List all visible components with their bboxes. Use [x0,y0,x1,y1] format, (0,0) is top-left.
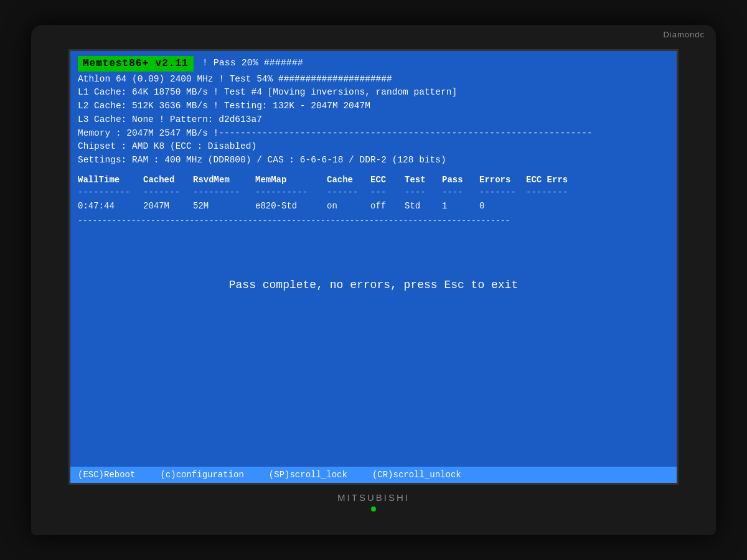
brand-bottom: MITSUBISHI [337,492,410,503]
cell-eccerrs [526,199,576,213]
brand-top: Diamondc [663,30,705,39]
chipset-line: Chipset : AMD K8 (ECC : Disabled) [78,140,669,154]
col-eccerrs-header: ECC Errs [526,174,576,186]
cell-cache: on [327,199,370,213]
col-test-header: Test [405,174,442,186]
l3-line: L3 Cache: None ! Pattern: d2d613a7 [78,113,669,127]
cell-ecc: off [370,199,405,213]
monitor-bottom: MITSUBISHI [68,490,679,511]
col-errors-header: Errors [479,174,526,186]
power-light [371,506,376,511]
l1-line: L1 Cache: 64K 18750 MB/s ! Test #4 [Movi… [78,86,669,100]
cell-pass: 1 [442,199,479,213]
col-memmap-header: MemMap [255,174,327,186]
cell-rsvdmem: 52M [193,199,255,213]
cell-cached: 2047M [143,199,193,213]
title-bar: Memtest86+ v2.11 ! Pass 20% ####### [78,56,669,72]
status-scroll-lock: (SP)scroll_lock [269,470,347,480]
table-section: WallTime Cached RsvdMem MemMap Cache ECC… [78,174,669,227]
status-esc: (ESC)Reboot [78,470,135,480]
pass-separator: ! [202,58,214,68]
table-row: 0:47:44 2047M 52M e820-Std on off Std 1 … [78,199,669,213]
screen: Memtest86+ v2.11 ! Pass 20% ####### Athl… [68,49,679,485]
table-dashes: ---------- ------- --------- ---------- … [78,186,669,198]
col-rsvdmem-header: RsvdMem [193,174,255,186]
cell-memmap: e820-Std [255,199,327,213]
col-ecc-header: ECC [370,174,405,186]
memory-line: Memory : 2047M 2547 MB/s !--------------… [78,127,669,141]
cell-errors: 0 [479,199,526,213]
table-header: WallTime Cached RsvdMem MemMap Cache ECC… [78,174,669,186]
cell-walltime: 0:47:44 [78,199,143,213]
col-pass-header: Pass [442,174,479,186]
status-scroll-unlock: (CR)scroll_unlock [372,470,461,480]
col-cached-header: Cached [143,174,193,186]
cell-test: Std [405,199,442,213]
app-title: Memtest86+ v2.11 [78,56,194,72]
table-bottom-dashes: ----------------------------------------… [78,215,669,227]
pass-complete-message: Pass complete, no errors, press Esc to e… [78,277,669,293]
col-cache-header: Cache [327,174,370,186]
screen-content: Memtest86+ v2.11 ! Pass 20% ####### Athl… [70,51,677,467]
settings-line: Settings: RAM : 400 MHz (DDR800) / CAS :… [78,154,669,167]
l2-line: L2 Cache: 512K 3636 MB/s ! Testing: 132K… [78,100,669,113]
separator-char: ! [218,74,229,84]
col-walltime-header: WallTime [78,174,143,186]
status-config: (c)configuration [160,470,243,480]
cpu-line: Athlon 64 (0.09) 2400 MHz ! Test 54% ###… [78,73,669,86]
status-bar: (ESC)Reboot (c)configuration (SP)scroll_… [70,467,679,483]
pass-line: ! Pass 20% ####### [194,57,303,70]
monitor: Diamondc Memtest86+ v2.11 ! Pass 20% ###… [31,25,716,535]
